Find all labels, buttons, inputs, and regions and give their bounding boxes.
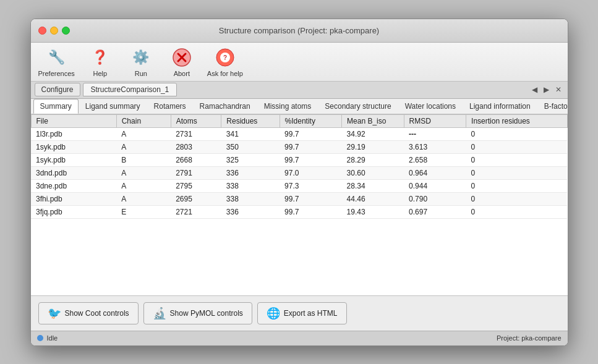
preferences-button[interactable]: 🔧 Preferences [38,46,75,77]
tab-nav-next[interactable]: ▶ [541,84,552,95]
abort-label: Abort [174,70,190,77]
cell-identity: 99.7 [280,153,342,166]
table-scroll[interactable]: File Chain Atoms Residues %Identity Mean… [31,114,568,295]
show-pymol-button[interactable]: 🔬 Show PyMOL controls [143,302,252,324]
col-header-file: File [31,114,116,127]
col-header-rmsd: RMSD [404,114,466,127]
cell-residues: 341 [221,127,280,140]
main-window: Structure comparison (Project: pka-compa… [30,19,568,346]
abort-button[interactable]: Abort [166,46,197,77]
col-header-insertion: Insertion residues [466,114,567,127]
tab-nav-close[interactable]: ✕ [553,84,564,95]
col-header-chain: Chain [116,114,171,127]
cell-identity: 99.7 [280,205,342,218]
summary-table: File Chain Atoms Residues %Identity Mean… [31,114,568,219]
cell-rmsd: 0.964 [404,166,466,179]
cell-rmsd: 0.790 [404,192,466,205]
maximize-button[interactable] [62,27,70,35]
table-row[interactable]: 3dnd.pdb A 2791 336 97.0 30.60 0.964 0 [31,166,567,179]
project-label: Project: pka-compare [497,334,562,342]
status-dot [37,335,43,341]
cell-atoms: 2668 [171,153,221,166]
ask-for-help-button[interactable]: ? Ask for help [207,46,243,77]
cell-residues: 336 [221,205,280,218]
table-row[interactable]: 3dne.pdb A 2795 338 97.3 28.34 0.944 0 [31,179,567,192]
table-row[interactable]: 1syk.pdb A 2803 350 99.7 29.19 3.613 0 [31,140,567,153]
cell-insertion: 0 [466,179,567,192]
cell-chain: A [116,166,171,179]
window-title: Structure comparison (Project: pka-compa… [219,26,379,35]
show-coot-label: Show Coot controls [65,309,129,318]
tab-secondary-structure[interactable]: Secondary structure [318,99,398,114]
cell-identity: 97.0 [280,166,342,179]
svg-text:?: ? [223,54,227,61]
export-html-button[interactable]: 🌐 Export as HTML [257,302,347,324]
cell-residues: 336 [221,166,280,179]
cell-identity: 99.7 [280,192,342,205]
cell-chain: A [116,140,171,153]
cell-atoms: 2795 [171,179,221,192]
cell-insertion: 0 [466,205,567,218]
cell-residues: 325 [221,153,280,166]
tab-summary[interactable]: Summary [33,99,79,114]
abort-icon [171,46,193,69]
cell-insertion: 0 [466,153,567,166]
cell-biso: 34.92 [342,127,404,140]
tab-ligand-information[interactable]: Ligand information [463,99,537,114]
cell-insertion: 0 [466,166,567,179]
cell-file: 3fjq.pdb [31,205,116,218]
cell-file: 1syk.pdb [31,153,116,166]
run-label: Run [135,70,147,77]
coot-icon: 🐦 [48,307,61,320]
export-icon: 🌐 [267,307,280,320]
content-tabs: Summary Ligand summary Rotamers Ramachan… [31,99,568,114]
cell-atoms: 2695 [171,192,221,205]
tab-missing-atoms[interactable]: Missing atoms [257,99,318,114]
cell-atoms: 2791 [171,166,221,179]
minimize-button[interactable] [50,27,58,35]
show-coot-button[interactable]: 🐦 Show Coot controls [38,302,139,324]
table-row[interactable]: 3fhi.pdb A 2695 338 99.7 44.46 0.790 0 [31,192,567,205]
idle-label: Idle [47,334,58,342]
tab-water-locations[interactable]: Water locations [398,99,463,114]
cell-insertion: 0 [466,127,567,140]
cell-biso: 28.29 [342,153,404,166]
export-html-label: Export as HTML [284,309,338,318]
help-label: Help [93,70,108,77]
configure-tab[interactable]: Configure [35,83,80,96]
cell-file: 1l3r.pdb [31,127,116,140]
tab-ramachandran[interactable]: Ramachandran [193,99,257,114]
table-row[interactable]: 3fjq.pdb E 2721 336 99.7 19.43 0.697 0 [31,205,567,218]
main-content: File Chain Atoms Residues %Identity Mean… [31,114,568,295]
status-bar: Idle Project: pka-compare [31,331,568,345]
col-header-identity: %Identity [280,114,342,127]
cell-file: 3dne.pdb [31,179,116,192]
cell-biso: 28.34 [342,179,404,192]
cell-file: 3dnd.pdb [31,166,116,179]
cell-chain: B [116,153,171,166]
cell-file: 1syk.pdb [31,140,116,153]
col-header-biso: Mean B_iso [342,114,404,127]
cell-identity: 97.3 [280,179,342,192]
cell-identity: 99.7 [280,140,342,153]
tab-rotamers[interactable]: Rotamers [147,99,193,114]
close-button[interactable] [38,27,46,35]
ask-for-help-icon: ? [214,46,236,69]
tab-nav-prev[interactable]: ◀ [529,84,540,95]
tab-bar-nav: ◀ ▶ ✕ [529,84,564,95]
table-row[interactable]: 1l3r.pdb A 2731 341 99.7 34.92 --- 0 [31,127,567,140]
help-button[interactable]: ❓ Help [85,46,116,77]
cell-rmsd: 3.613 [404,140,466,153]
bottom-buttons: 🐦 Show Coot controls 🔬 Show PyMOL contro… [31,295,568,331]
tab-b-factors[interactable]: B-factors [537,99,568,114]
window-tab[interactable]: StructureComparison_1 [83,83,177,96]
tab-ligand-summary[interactable]: Ligand summary [79,99,147,114]
cell-chain: A [116,192,171,205]
cell-atoms: 2803 [171,140,221,153]
table-row[interactable]: 1syk.pdb B 2668 325 99.7 28.29 2.658 0 [31,153,567,166]
cell-rmsd: 0.944 [404,179,466,192]
preferences-label: Preferences [38,70,75,77]
run-button[interactable]: ⚙️ Run [126,46,156,77]
cell-biso: 19.43 [342,205,404,218]
cell-insertion: 0 [466,140,567,153]
